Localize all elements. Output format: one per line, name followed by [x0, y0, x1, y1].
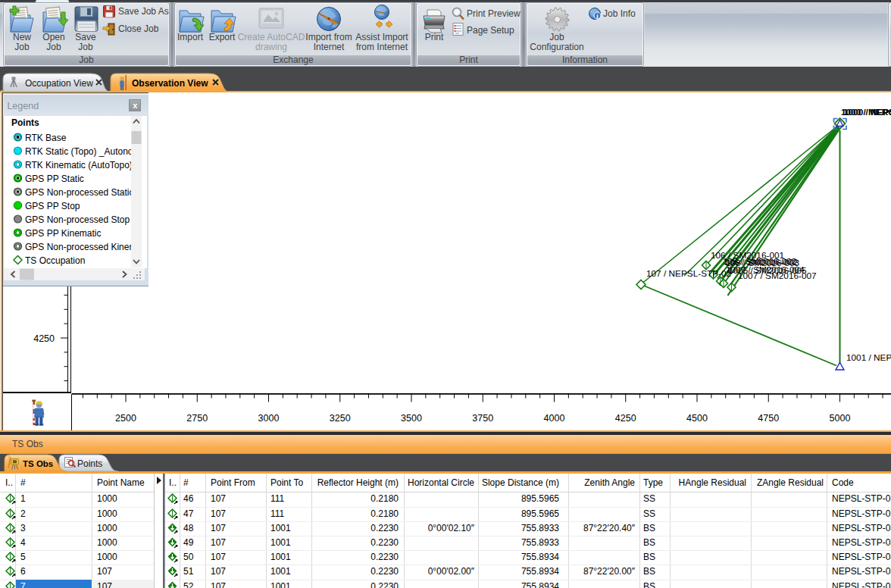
svg-text:GPS Non-processed Stop: GPS Non-processed Stop — [25, 214, 130, 224]
svg-text:GPS PP Kinematic: GPS PP Kinematic — [25, 227, 102, 238]
svg-text:GPS PP Static: GPS PP Static — [25, 173, 84, 183]
svg-text:4250: 4250 — [615, 413, 636, 424]
svg-text:TS Obs: TS Obs — [23, 459, 53, 468]
svg-text:TS Occupation: TS Occupation — [25, 255, 85, 265]
svg-text:RTK Static (Topo) _Autonor: RTK Static (Topo) _Autonor — [25, 145, 136, 156]
svg-text:4250: 4250 — [33, 333, 55, 344]
svg-text:Points: Points — [11, 117, 39, 127]
svg-text:3250: 3250 — [330, 413, 351, 424]
svg-text:4500: 4500 — [686, 413, 708, 424]
svg-text:GPS PP Stop: GPS PP Stop — [25, 200, 80, 211]
svg-text:GPS Non-processed Kinem: GPS Non-processed Kinem — [25, 241, 136, 252]
svg-text:GPS Non-processed Static: GPS Non-processed Static — [25, 186, 133, 197]
svg-text:1000 / NEPS: 1000 / NEPS — [843, 107, 891, 117]
svg-text:4750: 4750 — [758, 413, 779, 424]
svg-text:1001 / NEPSL-STP: 1001 / NEPSL-STP — [846, 352, 891, 363]
svg-text:RTK Kinematic (AutoTopo): RTK Kinematic (AutoTopo) — [25, 159, 133, 170]
svg-text:2750: 2750 — [186, 413, 208, 424]
svg-text:Points: Points — [77, 458, 102, 469]
svg-text:5000: 5000 — [830, 413, 851, 424]
svg-text:3000: 3000 — [258, 413, 280, 424]
svg-text:RTK Base: RTK Base — [25, 132, 67, 142]
svg-text:Occupation View: Occupation View — [25, 78, 93, 89]
svg-text:4000: 4000 — [544, 413, 565, 424]
svg-text:1007 / SM2016-007: 1007 / SM2016-007 — [738, 271, 817, 281]
svg-text:107 / NEPSL-STP-02: 107 / NEPSL-STP-02 — [646, 268, 731, 279]
svg-text:3500: 3500 — [401, 413, 422, 424]
svg-text:2500: 2500 — [115, 413, 136, 424]
svg-text:Observation View: Observation View — [132, 78, 208, 89]
svg-text:3750: 3750 — [472, 413, 493, 424]
